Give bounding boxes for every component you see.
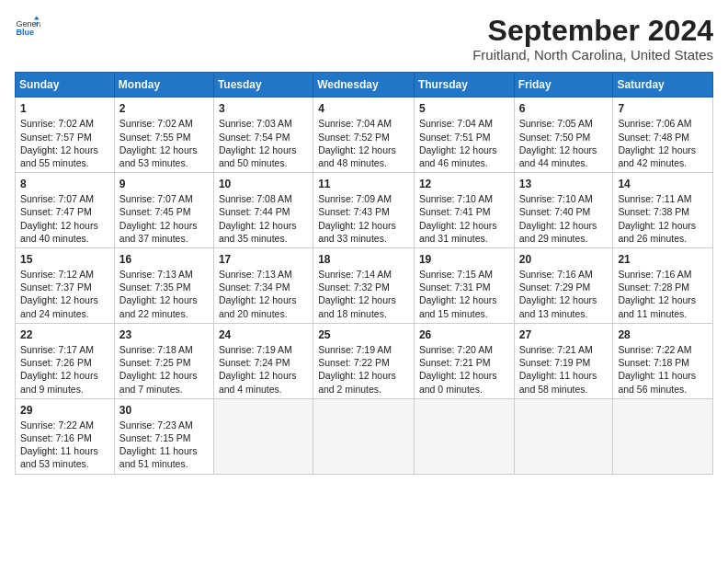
daylight-label: Daylight: 11 hours and 58 minutes. <box>519 370 597 394</box>
sunrise-label: Sunrise: 7:18 AM <box>119 344 193 355</box>
sunrise-label: Sunrise: 7:05 AM <box>519 118 593 129</box>
calendar-cell: 11Sunrise: 7:09 AMSunset: 7:43 PMDayligh… <box>313 173 415 248</box>
sunrise-label: Sunrise: 7:09 AM <box>318 193 392 204</box>
sunset-label: Sunset: 7:35 PM <box>119 282 191 293</box>
daylight-label: Daylight: 12 hours and 11 minutes. <box>618 294 696 318</box>
calendar-cell: 6Sunrise: 7:05 AMSunset: 7:50 PMDaylight… <box>514 98 613 173</box>
day-number: 11 <box>318 177 410 191</box>
calendar-cell: 17Sunrise: 7:13 AMSunset: 7:34 PMDayligh… <box>213 247 313 323</box>
sunrise-label: Sunrise: 7:03 AM <box>219 118 292 129</box>
sunrise-label: Sunrise: 7:22 AM <box>20 419 94 431</box>
sunset-label: Sunset: 7:29 PM <box>519 282 591 293</box>
daylight-label: Daylight: 12 hours and 35 minutes. <box>219 220 297 244</box>
sunrise-label: Sunrise: 7:17 AM <box>20 344 94 355</box>
day-number: 7 <box>618 101 709 116</box>
sunrise-label: Sunrise: 7:06 AM <box>618 118 691 129</box>
day-number: 5 <box>419 101 510 116</box>
sunrise-label: Sunrise: 7:21 AM <box>519 344 593 355</box>
sunrise-label: Sunrise: 7:08 AM <box>219 193 292 204</box>
daylight-label: Daylight: 12 hours and 18 minutes. <box>318 294 396 318</box>
calendar-cell: 7Sunrise: 7:06 AMSunset: 7:48 PMDaylight… <box>613 98 713 173</box>
calendar-cell: 22Sunrise: 7:17 AMSunset: 7:26 PMDayligh… <box>16 323 115 398</box>
sunrise-label: Sunrise: 7:12 AM <box>20 269 94 280</box>
daylight-label: Daylight: 12 hours and 50 minutes. <box>219 144 297 168</box>
calendar-cell <box>613 398 713 474</box>
sunset-label: Sunset: 7:24 PM <box>219 357 290 368</box>
day-number: 2 <box>119 101 210 116</box>
calendar-cell: 12Sunrise: 7:10 AMSunset: 7:41 PMDayligh… <box>414 173 514 248</box>
sunset-label: Sunset: 7:51 PM <box>419 132 491 143</box>
sunrise-label: Sunrise: 7:23 AM <box>119 419 193 431</box>
day-number: 29 <box>20 403 110 418</box>
sunrise-label: Sunrise: 7:02 AM <box>119 118 193 129</box>
daylight-label: Daylight: 12 hours and 15 minutes. <box>419 294 497 318</box>
calendar-cell: 23Sunrise: 7:18 AMSunset: 7:25 PMDayligh… <box>114 323 213 398</box>
page-header: General Blue September 2024 Fruitland, N… <box>15 15 713 63</box>
day-number: 16 <box>119 252 210 267</box>
day-number: 6 <box>519 101 609 116</box>
col-saturday: Saturday <box>613 73 713 98</box>
col-monday: Monday <box>114 73 213 98</box>
calendar-header-row: Sunday Monday Tuesday Wednesday Thursday… <box>16 73 713 98</box>
daylight-label: Daylight: 12 hours and 22 minutes. <box>119 294 198 318</box>
calendar-cell: 9Sunrise: 7:07 AMSunset: 7:45 PMDaylight… <box>114 173 213 248</box>
sunset-label: Sunset: 7:44 PM <box>219 206 290 217</box>
day-number: 17 <box>219 252 309 267</box>
daylight-label: Daylight: 12 hours and 31 minutes. <box>419 220 497 244</box>
calendar-cell: 4Sunrise: 7:04 AMSunset: 7:52 PMDaylight… <box>313 98 415 173</box>
daylight-label: Daylight: 12 hours and 48 minutes. <box>318 144 396 168</box>
daylight-label: Daylight: 12 hours and 9 minutes. <box>20 370 98 394</box>
calendar-cell: 28Sunrise: 7:22 AMSunset: 7:18 PMDayligh… <box>613 323 713 398</box>
sunset-label: Sunset: 7:32 PM <box>318 282 390 293</box>
sunset-label: Sunset: 7:21 PM <box>419 357 491 368</box>
logo: General Blue <box>15 15 40 40</box>
sunset-label: Sunset: 7:26 PM <box>20 357 92 368</box>
daylight-label: Daylight: 12 hours and 29 minutes. <box>519 220 597 244</box>
sunrise-label: Sunrise: 7:04 AM <box>318 118 392 129</box>
sunset-label: Sunset: 7:43 PM <box>318 206 390 217</box>
col-thursday: Thursday <box>414 73 514 98</box>
day-number: 9 <box>119 177 210 191</box>
day-number: 8 <box>20 177 110 191</box>
calendar-cell: 24Sunrise: 7:19 AMSunset: 7:24 PMDayligh… <box>213 323 313 398</box>
daylight-label: Daylight: 12 hours and 55 minutes. <box>20 144 98 168</box>
calendar-cell <box>414 398 514 474</box>
day-number: 1 <box>20 101 110 116</box>
sunset-label: Sunset: 7:45 PM <box>119 206 191 217</box>
sunrise-label: Sunrise: 7:11 AM <box>618 193 691 204</box>
daylight-label: Daylight: 12 hours and 13 minutes. <box>519 294 597 318</box>
sunrise-label: Sunrise: 7:19 AM <box>318 344 392 355</box>
calendar-cell: 18Sunrise: 7:14 AMSunset: 7:32 PMDayligh… <box>313 247 415 323</box>
calendar-cell <box>514 398 613 474</box>
calendar-cell: 30Sunrise: 7:23 AMSunset: 7:15 PMDayligh… <box>114 398 213 474</box>
calendar-cell: 1Sunrise: 7:02 AMSunset: 7:57 PMDaylight… <box>16 98 115 173</box>
calendar-cell <box>213 398 313 474</box>
calendar-row: 29Sunrise: 7:22 AMSunset: 7:16 PMDayligh… <box>16 398 713 474</box>
sunrise-label: Sunrise: 7:16 AM <box>519 269 593 280</box>
sunset-label: Sunset: 7:34 PM <box>219 282 290 293</box>
sunset-label: Sunset: 7:40 PM <box>519 206 591 217</box>
day-number: 3 <box>219 101 309 116</box>
day-number: 21 <box>618 252 709 267</box>
day-number: 15 <box>20 252 110 267</box>
day-number: 27 <box>519 327 609 342</box>
sunset-label: Sunset: 7:31 PM <box>419 282 491 293</box>
col-friday: Friday <box>514 73 613 98</box>
day-number: 14 <box>618 177 709 191</box>
calendar-cell: 13Sunrise: 7:10 AMSunset: 7:40 PMDayligh… <box>514 173 613 248</box>
sunrise-label: Sunrise: 7:13 AM <box>219 269 292 280</box>
daylight-label: Daylight: 12 hours and 26 minutes. <box>618 220 696 244</box>
calendar-cell: 25Sunrise: 7:19 AMSunset: 7:22 PMDayligh… <box>313 323 415 398</box>
day-number: 10 <box>219 177 309 191</box>
sunrise-label: Sunrise: 7:10 AM <box>419 193 493 204</box>
col-wednesday: Wednesday <box>313 73 415 98</box>
sunrise-label: Sunrise: 7:10 AM <box>519 193 593 204</box>
col-tuesday: Tuesday <box>213 73 313 98</box>
sunset-label: Sunset: 7:57 PM <box>20 132 92 143</box>
sunset-label: Sunset: 7:48 PM <box>618 132 689 143</box>
calendar-row: 22Sunrise: 7:17 AMSunset: 7:26 PMDayligh… <box>16 323 713 398</box>
calendar-cell: 10Sunrise: 7:08 AMSunset: 7:44 PMDayligh… <box>213 173 313 248</box>
sunset-label: Sunset: 7:50 PM <box>519 132 591 143</box>
sunset-label: Sunset: 7:37 PM <box>20 282 92 293</box>
sunrise-label: Sunrise: 7:02 AM <box>20 118 94 129</box>
